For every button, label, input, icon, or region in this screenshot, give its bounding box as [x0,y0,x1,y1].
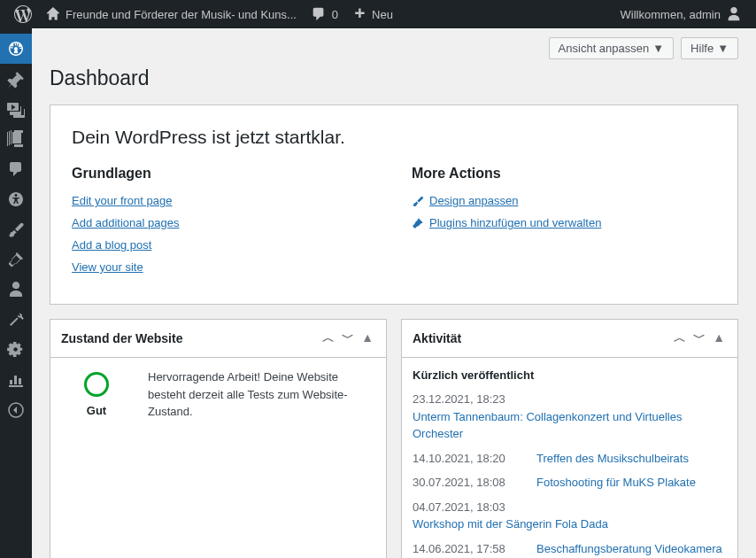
site-health-header: Zustand der Website ︿ ﹀ ▲ [50,320,386,358]
comments-count: 0 [332,8,338,21]
sidebar-item-accessibility[interactable] [0,184,32,214]
welcome-text: Willkommen, admin [621,8,721,21]
panel-down-icon[interactable]: ﹀ [691,329,707,348]
site-name-text: Freunde und Förderer der Musik- und Kuns… [66,8,297,21]
site-health-text: Hervorragende Arbeit! Deine Website best… [148,368,375,421]
post-date: 14.10.2021, 18:20 [413,450,519,468]
plus-icon [352,7,366,21]
basics-title: Grundlagen [72,166,376,182]
activity-post: 23.12.2021, 18:23Unterm Tannenbaum: Coll… [413,391,727,443]
link-view-site[interactable]: View your site [72,260,376,274]
panel-up-icon[interactable]: ︿ [320,329,336,348]
panel-toggle-icon[interactable]: ▲ [711,329,727,348]
site-name-link[interactable]: Freunde und Förderer der Musik- und Kuns… [39,0,304,28]
post-link[interactable]: Treffen des Musikschulbeirats [536,450,689,468]
welcome-more-col: More Actions Design anpassen Plugins hin… [412,166,716,283]
admin-sidebar [0,28,32,558]
sidebar-item-settings[interactable] [0,335,32,365]
recently-published-title: Kürzlich veröffentlicht [413,368,727,382]
users-icon [7,281,25,298]
plugin-icon [412,217,424,229]
more-actions-title: More Actions [412,166,716,182]
post-link[interactable]: Unterm Tannenbaum: Collagenkonzert und V… [413,408,727,443]
chevron-down-icon: ▼ [717,42,729,55]
sidebar-item-appearance[interactable] [0,214,32,244]
page-icon [7,130,25,148]
settings-icon [7,341,25,359]
welcome-panel: Dein WordPress ist jetzt startklar. Grun… [50,105,738,305]
tools-icon [7,311,25,329]
media-icon [7,100,25,118]
link-manage-plugins[interactable]: Plugins hinzufügen und verwalten [412,216,716,229]
help-button[interactable]: Hilfe ▼ [681,37,738,59]
sidebar-item-stats[interactable] [0,365,32,395]
site-health-panel: Zustand der Website ︿ ﹀ ▲ Gut Hervorrage… [50,319,387,558]
activity-post: 04.07.2021, 18:03Workshop mit der Sänger… [413,499,727,533]
sidebar-item-dashboard[interactable] [0,34,32,64]
admin-toolbar: Freunde und Förderer der Musik- und Kuns… [0,0,756,28]
welcome-heading: Dein WordPress ist jetzt startklar. [72,127,716,148]
account-link[interactable]: Willkommen, admin [613,0,749,28]
post-date: 14.06.2021, 17:58 [413,540,519,558]
post-link[interactable]: Fotoshooting für MuKS Plakate [536,474,696,492]
screen-meta: Ansicht anpassen ▼ Hilfe ▼ [50,28,738,59]
health-circle-icon [84,372,109,397]
sidebar-item-collapse[interactable] [0,395,32,425]
activity-header: Aktivität ︿ ﹀ ▲ [402,320,737,358]
user-icon [726,6,742,22]
activity-title: Aktivität [413,331,461,345]
page-title: Dashboard [50,66,738,90]
wp-logo[interactable] [7,0,39,28]
comments-icon [7,160,25,178]
comments-link[interactable]: 0 [304,0,345,28]
dashboard-icon [7,40,25,58]
activity-post: 14.10.2021, 18:20Treffen des Musikschulb… [413,450,727,468]
sidebar-item-plugins[interactable] [0,244,32,275]
brush-icon [7,221,25,238]
site-health-title: Zustand der Website [61,331,182,345]
brush-icon [412,195,424,207]
site-health-indicator: Gut [61,368,132,417]
panel-up-icon[interactable]: ︿ [672,329,688,348]
sidebar-item-users[interactable] [0,275,32,305]
pin-icon [7,70,25,88]
post-date: 04.07.2021, 18:03 [413,499,519,516]
panel-toggle-icon[interactable]: ▲ [359,329,375,348]
screen-options-button[interactable]: Ansicht anpassen ▼ [549,37,675,59]
new-content-link[interactable]: Neu [345,0,400,28]
main-content: Ansicht anpassen ▼ Hilfe ▼ Dashboard Dei… [32,28,756,558]
activity-post: 30.07.2021, 18:08Fotoshooting für MuKS P… [413,474,727,492]
plugin-icon [7,251,25,268]
collapse-icon [7,401,25,419]
link-customize-design[interactable]: Design anpassen [412,194,716,207]
sidebar-item-media[interactable] [0,94,32,124]
wordpress-icon [14,5,32,23]
sidebar-item-pages[interactable] [0,124,32,154]
comment-icon [311,6,327,22]
post-link[interactable]: Beschaffungsberatung Videokamera [536,540,722,558]
sidebar-item-posts[interactable] [0,64,32,94]
post-link[interactable]: Workshop mit der Sängerin Fola Dada [413,515,608,533]
post-date: 30.07.2021, 18:08 [413,474,519,492]
welcome-basics-col: Grundlagen Edit your front page Add addi… [72,166,376,283]
sidebar-item-tools[interactable] [0,305,32,335]
link-add-blog-post[interactable]: Add a blog post [72,238,376,252]
site-health-status: Gut [61,404,132,417]
sidebar-item-comments[interactable] [0,154,32,184]
chevron-down-icon: ▼ [652,42,664,55]
link-edit-front-page[interactable]: Edit your front page [72,194,376,207]
new-label: Neu [372,8,393,21]
stats-icon [7,371,25,389]
panel-down-icon[interactable]: ﹀ [340,329,356,348]
link-add-pages[interactable]: Add additional pages [72,216,376,229]
accessibility-icon [7,190,25,208]
activity-post: 14.06.2021, 17:58Beschaffungsberatung Vi… [413,540,727,558]
activity-panel: Aktivität ︿ ﹀ ▲ Kürzlich veröffentlicht … [401,319,738,558]
home-icon [46,7,60,21]
post-date: 23.12.2021, 18:23 [413,391,519,408]
